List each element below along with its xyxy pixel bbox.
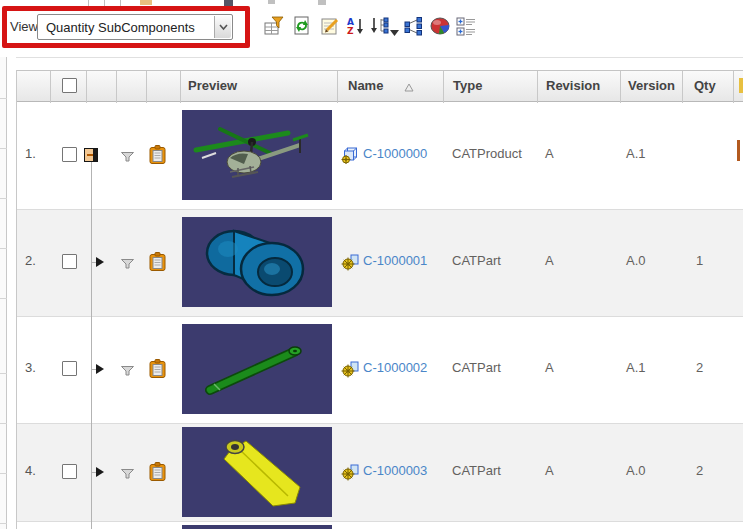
revision-cell: A: [545, 146, 554, 161]
preview-thumbnail-rod: [182, 324, 332, 417]
row-checkbox[interactable]: [62, 361, 77, 376]
clipboard-icon[interactable]: [149, 252, 167, 275]
dropdown-arrow-icon[interactable]: [214, 16, 231, 38]
clipboard-icon[interactable]: [149, 145, 167, 168]
row-checkbox[interactable]: [62, 464, 77, 479]
top-edge-fragment: [268, 0, 275, 4]
sort-ascending-icon: [404, 80, 414, 95]
collapse-expander-icon[interactable]: [84, 148, 98, 162]
refresh-icon[interactable]: [292, 16, 312, 36]
part-name-link[interactable]: C-1000000: [363, 146, 427, 161]
sort-order-caret-icon[interactable]: [390, 24, 399, 39]
filter-funnel-icon[interactable]: [121, 467, 134, 482]
row-number: 1.: [25, 146, 36, 161]
type-cell: CATPart: [452, 463, 501, 478]
top-edge-fragment: [120, 0, 121, 7]
version-cell: A.1: [626, 146, 646, 161]
filter-funnel-icon[interactable]: [121, 257, 134, 272]
version-cell: A.1: [626, 360, 646, 375]
part-name-link[interactable]: C-1000001: [363, 253, 427, 268]
row-checkbox[interactable]: [62, 254, 77, 269]
row-separator: [16, 209, 743, 210]
select-all-checkbox[interactable]: [62, 78, 77, 93]
preview-thumbnail-helicopter: [182, 110, 332, 203]
cutoff-header-icon: [739, 78, 743, 93]
type-cell: CATProduct: [452, 146, 522, 161]
row-separator: [16, 316, 743, 317]
expand-all-icon[interactable]: [456, 16, 476, 36]
chart-icon[interactable]: [430, 16, 450, 36]
column-header-name[interactable]: Name: [348, 78, 383, 93]
column-header-revision[interactable]: Revision: [546, 78, 600, 93]
left-cutoff-panel: [0, 57, 7, 529]
catpart-icon: [341, 464, 359, 484]
top-edge-fragment: [88, 0, 89, 7]
revision-cell: A: [545, 360, 554, 375]
svg-text:Z: Z: [347, 26, 354, 36]
row-number: 3.: [25, 360, 36, 375]
view-label: View: [10, 19, 38, 34]
row-separator: [16, 423, 743, 424]
qty-cell: 2: [696, 463, 703, 478]
type-cell: CATPart: [452, 253, 501, 268]
catpart-icon: [341, 254, 359, 274]
row-separator: [16, 521, 743, 522]
catpart-icon: [341, 361, 359, 381]
row-number: 4.: [25, 463, 36, 478]
cutoff-row-icon: [737, 140, 740, 161]
preview-thumbnail-spool: [182, 217, 332, 310]
tree-structure-line: [91, 162, 92, 529]
table-left-border: [16, 70, 17, 529]
catproduct-icon: [341, 147, 359, 167]
edit-icon[interactable]: [320, 16, 340, 36]
sort-az-icon[interactable]: A Z: [346, 16, 366, 36]
row-checkbox[interactable]: [62, 147, 77, 162]
toolbar-separator: [16, 57, 743, 58]
filter-icon[interactable]: [264, 16, 284, 36]
top-edge-fragment: [224, 0, 233, 6]
top-edge-fragment: [104, 0, 105, 7]
preview-thumbnail-partial: [182, 525, 332, 529]
show-structure-icon[interactable]: [404, 16, 424, 36]
column-header-qty[interactable]: Qty: [694, 78, 716, 93]
version-cell: A.0: [626, 463, 646, 478]
version-cell: A.0: [626, 253, 646, 268]
product-structure-table-view: View Quantity SubComponents: [0, 0, 743, 529]
revision-cell: A: [545, 463, 554, 478]
row-number: 2.: [25, 253, 36, 268]
column-header-type[interactable]: Type: [453, 78, 482, 93]
top-edge-fragment: [140, 0, 152, 5]
expand-arrow-icon[interactable]: [96, 364, 104, 374]
filter-funnel-icon[interactable]: [121, 150, 134, 165]
column-header-version[interactable]: Version: [628, 78, 675, 93]
filter-funnel-icon[interactable]: [121, 364, 134, 379]
type-cell: CATPart: [452, 360, 501, 375]
part-name-link[interactable]: C-1000003: [363, 463, 427, 478]
revision-cell: A: [545, 253, 554, 268]
column-header-preview[interactable]: Preview: [188, 78, 237, 93]
sort-order-icon[interactable]: [370, 16, 390, 36]
clipboard-icon[interactable]: [149, 359, 167, 382]
part-name-link[interactable]: C-1000002: [363, 360, 427, 375]
expand-arrow-icon[interactable]: [96, 467, 104, 477]
clipboard-icon[interactable]: [149, 462, 167, 485]
qty-cell: 1: [696, 253, 703, 268]
expand-arrow-icon[interactable]: [96, 257, 104, 267]
view-dropdown[interactable]: Quantity SubComponents: [37, 14, 233, 40]
top-edge-fragment: [318, 0, 326, 5]
qty-cell: 2: [696, 360, 703, 375]
view-dropdown-value: Quantity SubComponents: [46, 20, 195, 35]
preview-thumbnail-blade: [182, 427, 332, 520]
